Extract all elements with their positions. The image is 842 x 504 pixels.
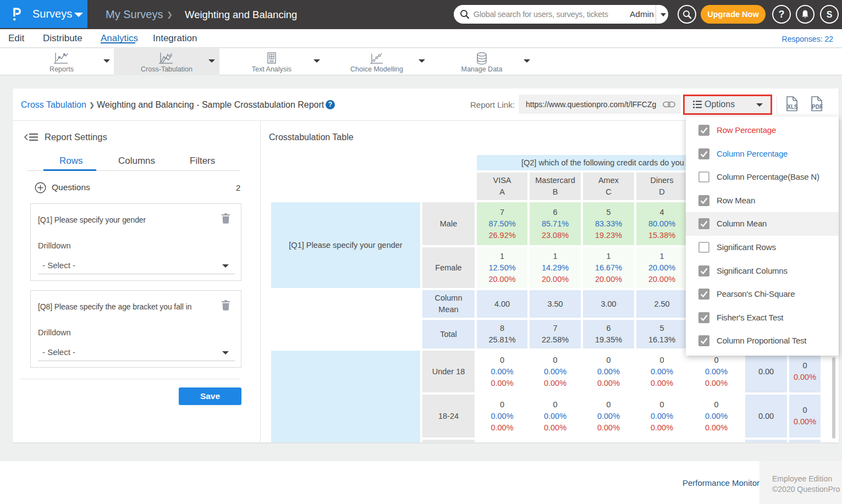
svg-text:XLS: XLS bbox=[787, 104, 798, 110]
svg-text:PDF: PDF bbox=[812, 104, 823, 110]
